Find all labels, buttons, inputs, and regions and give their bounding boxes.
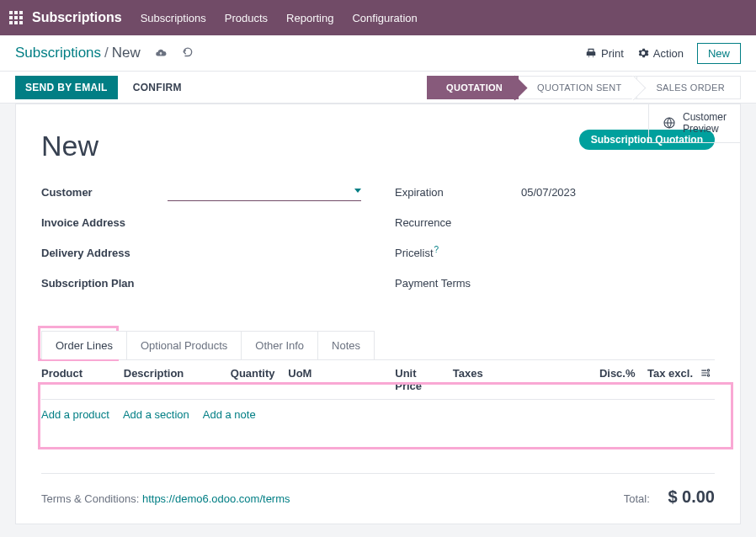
stage-sales-order[interactable]: SALES ORDER [637, 76, 741, 99]
customer-label: Customer [41, 186, 168, 199]
breadcrumb-separator: / [104, 45, 109, 61]
globe-icon [663, 116, 676, 130]
payment-terms-label: Payment Terms [395, 277, 521, 290]
tab-order-lines[interactable]: Order Lines [41, 331, 127, 359]
top-nav: Subscriptions Subscriptions Products Rep… [0, 0, 756, 35]
tab-notes[interactable]: Notes [317, 331, 375, 359]
app-brand[interactable]: Subscriptions [32, 10, 122, 25]
svg-point-11 [707, 375, 709, 376]
col-unit-price[interactable]: Unit Price [395, 367, 452, 392]
expiration-label: Expiration [395, 186, 521, 199]
tab-optional-products[interactable]: Optional Products [126, 331, 242, 359]
action-label: Action [653, 47, 684, 60]
print-label: Print [601, 47, 624, 60]
chevron-down-icon[interactable] [354, 189, 361, 193]
nav-reporting[interactable]: Reporting [286, 12, 333, 24]
print-action[interactable]: Print [585, 47, 624, 60]
record-title: New [41, 130, 98, 162]
svg-rect-4 [14, 16, 18, 19]
order-lines-table: Product Description Quantity UoM Unit Pr… [41, 360, 715, 455]
gear-icon [637, 47, 649, 59]
customer-input[interactable] [168, 183, 349, 199]
add-section-link[interactable]: Add a section [123, 408, 189, 421]
confirm-button[interactable]: CONFIRM [133, 82, 182, 93]
customer-preview-label-2: Preview [683, 123, 727, 135]
col-uom[interactable]: UoM [288, 367, 395, 392]
col-tax-excl[interactable]: Tax excl. [642, 367, 700, 392]
print-icon [585, 47, 597, 59]
svg-rect-3 [9, 16, 13, 19]
new-button[interactable]: New [697, 43, 741, 64]
customer-preview-label-1: Customer [683, 111, 727, 123]
tabs: Order Lines Optional Products Other Info… [41, 331, 715, 360]
nav-configuration[interactable]: Configuration [352, 12, 417, 24]
apps-icon[interactable] [8, 10, 24, 25]
total-label: Total: [624, 492, 650, 505]
delivery-address-label: Delivery Address [41, 247, 168, 259]
nav-subscriptions[interactable]: Subscriptions [141, 12, 206, 24]
expiration-value[interactable]: 05/07/2023 [521, 186, 576, 199]
discard-icon[interactable] [181, 46, 194, 60]
stage-flow: QUOTATION QUOTATION SENT SALES ORDER [427, 76, 741, 99]
svg-rect-2 [19, 11, 23, 14]
add-note-link[interactable]: Add a note [203, 408, 256, 421]
svg-rect-7 [14, 21, 18, 24]
customer-preview-button[interactable]: Customer Preview [648, 104, 740, 143]
svg-rect-8 [19, 21, 23, 24]
svg-rect-1 [14, 11, 18, 14]
invoice-address-label: Invoice Address [41, 216, 168, 229]
pricelist-label: Pricelist? [395, 245, 521, 259]
tab-other-info[interactable]: Other Info [241, 331, 318, 359]
subscription-plan-label: Subscription Plan [41, 277, 168, 290]
col-quantity[interactable]: Quantity [231, 367, 288, 392]
svg-rect-5 [19, 16, 23, 19]
breadcrumb-root[interactable]: Subscriptions [15, 45, 101, 61]
breadcrumb: Subscriptions/New [15, 45, 141, 61]
col-product[interactable]: Product [41, 367, 124, 392]
nav-products[interactable]: Products [225, 12, 268, 24]
col-description[interactable]: Description [124, 367, 231, 392]
help-icon[interactable]: ? [434, 245, 439, 254]
svg-rect-0 [9, 11, 13, 14]
total-value: $ 0.00 [668, 487, 715, 506]
send-email-button[interactable]: SEND BY EMAIL [15, 76, 118, 99]
form-sheet: Customer Preview New Subscription Quotat… [15, 104, 741, 524]
statusbar: SEND BY EMAIL CONFIRM QUOTATION QUOTATIO… [0, 72, 756, 104]
add-product-link[interactable]: Add a product [41, 408, 109, 421]
action-dropdown[interactable]: Action [637, 47, 684, 60]
footer-row: Terms & Conditions: https://demo6.odoo.c… [41, 473, 715, 507]
terms-link[interactable]: https://demo6.odoo.com/terms [142, 492, 290, 505]
stage-quotation-sent[interactable]: QUOTATION SENT [519, 76, 637, 99]
customer-field[interactable] [168, 183, 361, 201]
terms-text: Terms & Conditions: https://demo6.odoo.c… [41, 492, 290, 505]
col-options[interactable] [700, 367, 715, 392]
cloud-upload-icon[interactable] [154, 46, 168, 60]
breadcrumb-current: New [112, 45, 141, 61]
control-panel: Subscriptions/New Print Action New [0, 35, 756, 72]
svg-rect-6 [9, 21, 13, 24]
col-taxes[interactable]: Taxes [453, 367, 577, 392]
recurrence-label: Recurrence [395, 216, 521, 229]
svg-point-10 [707, 370, 709, 371]
col-disc[interactable]: Disc.% [576, 367, 642, 392]
stage-quotation[interactable]: QUOTATION [427, 76, 519, 99]
